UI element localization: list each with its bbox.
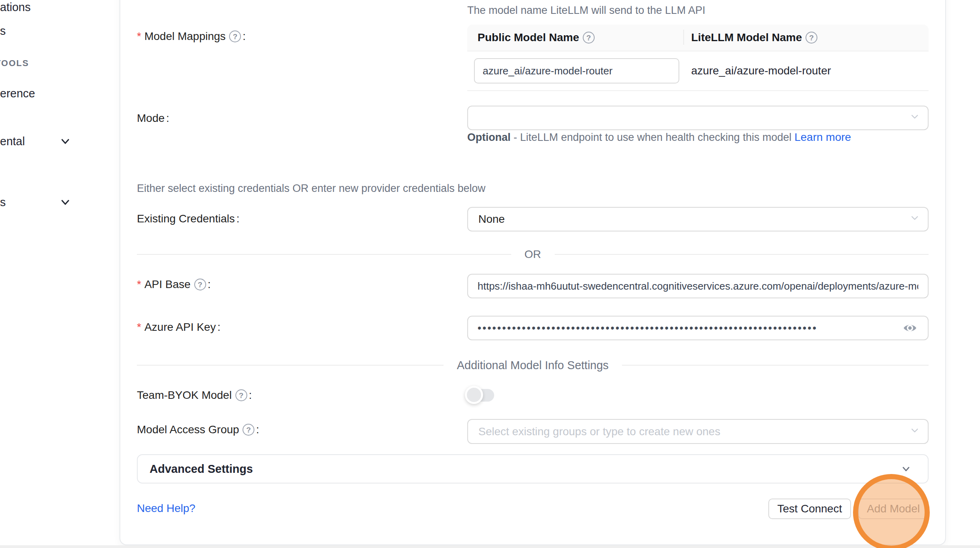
select-value: None (478, 213, 505, 226)
credentials-hint: Either select existing credentials OR en… (137, 182, 485, 194)
api-base-label: * API Base ? : (137, 279, 210, 290)
advanced-settings-label: Advanced Settings (150, 463, 900, 476)
azure-api-key-input[interactable]: ••••••••••••••••••••••••••••••••••••••••… (467, 316, 929, 340)
label-text: Existing Credentials (137, 213, 235, 225)
azure-api-key-label: * Azure API Key : (137, 321, 220, 333)
sidebar-item-erence[interactable]: erence (0, 87, 35, 100)
add-model-button[interactable]: Add Model (858, 499, 929, 519)
table-row: azure_ai/azure-model-router (467, 51, 929, 91)
chevron-down-icon[interactable] (59, 196, 71, 208)
sidebar-item-label: s (0, 25, 6, 37)
column-divider (683, 30, 684, 45)
sidebar-item-label: s (0, 196, 6, 209)
model-access-group-label: Model Access Group ? : (137, 424, 259, 436)
hint-text: - LiteLLM endpoint to use when health ch… (511, 131, 794, 143)
additional-settings-divider: Additional Model Info Settings (137, 359, 929, 371)
question-circle-icon[interactable]: ? (583, 32, 595, 44)
public-model-name-cell (467, 51, 684, 90)
sidebar-item-label: ental (0, 135, 25, 148)
table-header-public-model-name: Public Model Name ? (467, 31, 684, 44)
question-circle-icon[interactable]: ? (806, 32, 817, 44)
required-asterisk: * (137, 30, 141, 42)
existing-credentials-label: Existing Credentials : (137, 213, 239, 225)
team-byok-label: Team-BYOK Model ? : (137, 389, 252, 401)
chevron-down-icon (910, 425, 920, 438)
question-circle-icon[interactable]: ? (194, 279, 206, 290)
divider-line (137, 365, 444, 366)
sidebar-item-ations[interactable]: ations (0, 1, 30, 13)
chevron-down-icon (910, 112, 920, 125)
sidebar-item-s[interactable]: s (0, 25, 6, 37)
label-colon: : (243, 30, 246, 42)
public-model-name-input[interactable] (474, 58, 679, 83)
divider-label: OR (525, 248, 541, 261)
divider-label: Additional Model Info Settings (457, 359, 609, 372)
label-colon: : (236, 213, 239, 225)
column-title: Public Model Name (478, 31, 579, 44)
add-model-form-panel: The model name LiteLLM will send to the … (119, 0, 946, 545)
learn-more-link[interactable]: Learn more (794, 131, 851, 143)
api-base-input[interactable] (467, 274, 929, 298)
chevron-down-icon[interactable] (900, 463, 912, 475)
masked-value: ••••••••••••••••••••••••••••••••••••••••… (478, 322, 817, 334)
label-text: Model Access Group (137, 424, 239, 436)
litellm-model-name-cell: azure_ai/azure-model-router (684, 64, 929, 77)
question-circle-icon[interactable]: ? (229, 30, 241, 42)
label-text: Azure API Key (144, 321, 216, 333)
model-access-group-select[interactable]: Select existing groups or type to create… (467, 419, 929, 444)
sidebar-item-label: erence (0, 87, 35, 100)
sidebar-section-label: TOOLS (0, 58, 29, 68)
table-header: Public Model Name ? LiteLLM Model Name ? (467, 25, 929, 51)
divider-line (555, 254, 929, 255)
mode-label: Mode : (137, 112, 169, 124)
question-circle-icon[interactable]: ? (243, 424, 254, 436)
label-text: Mode (137, 112, 165, 124)
table-header-litellm-model-name: LiteLLM Model Name ? (684, 31, 929, 44)
sidebar-item-label: ations (0, 1, 30, 13)
mode-select[interactable] (467, 106, 929, 130)
sidebar-item-ental[interactable]: ental (0, 135, 25, 148)
divider-line (137, 254, 511, 255)
team-byok-toggle[interactable] (467, 389, 494, 402)
label-text: Team-BYOK Model (137, 389, 232, 401)
label-colon: : (249, 389, 252, 401)
eye-icon[interactable] (902, 322, 917, 334)
chevron-down-icon (910, 213, 920, 226)
model-mappings-table: Public Model Name ? LiteLLM Model Name ?… (467, 25, 929, 91)
sidebar: ations s TOOLS erence ental s (0, 0, 119, 545)
label-colon: : (208, 279, 211, 290)
page-bottom-strip (0, 545, 980, 548)
advanced-settings-panel[interactable]: Advanced Settings (137, 454, 929, 484)
hint-bold: Optional (467, 131, 511, 143)
label-text: API Base (144, 279, 191, 290)
required-asterisk: * (137, 279, 141, 290)
label-colon: : (217, 321, 220, 333)
label-text: Model Mappings (144, 30, 226, 42)
need-help-link[interactable]: Need Help? (137, 502, 195, 514)
or-divider: OR (137, 248, 929, 260)
required-asterisk: * (137, 321, 141, 333)
label-colon: : (256, 424, 259, 436)
sidebar-item-s2[interactable]: s (0, 196, 6, 209)
mode-hint: Optional - LiteLLM endpoint to use when … (467, 129, 859, 146)
model-name-hint: The model name LiteLLM will send to the … (467, 4, 705, 16)
label-colon: : (166, 112, 169, 124)
question-circle-icon[interactable]: ? (235, 389, 247, 401)
chevron-down-icon[interactable] (59, 135, 71, 147)
select-placeholder: Select existing groups or type to create… (478, 425, 720, 438)
test-connect-button[interactable]: Test Connect (768, 499, 851, 519)
model-mappings-label: * Model Mappings ? : (137, 30, 246, 42)
toggle-knob (465, 386, 483, 404)
divider-line (622, 365, 929, 366)
column-title: LiteLLM Model Name (691, 31, 802, 44)
existing-credentials-select[interactable]: None (467, 207, 929, 231)
sidebar-section-tools: TOOLS (0, 58, 29, 68)
